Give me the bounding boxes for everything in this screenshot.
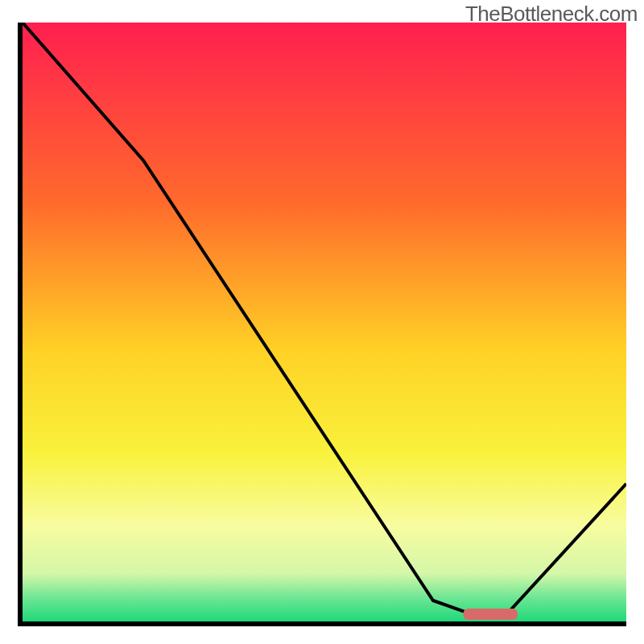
chart-container: TheBottleneck.com bbox=[0, 0, 644, 644]
chart-svg bbox=[23, 23, 626, 621]
chart-background-gradient bbox=[23, 23, 626, 621]
chart-marker bbox=[464, 609, 518, 620]
watermark-text: TheBottleneck.com bbox=[465, 2, 638, 27]
chart-plot-area bbox=[23, 23, 626, 621]
